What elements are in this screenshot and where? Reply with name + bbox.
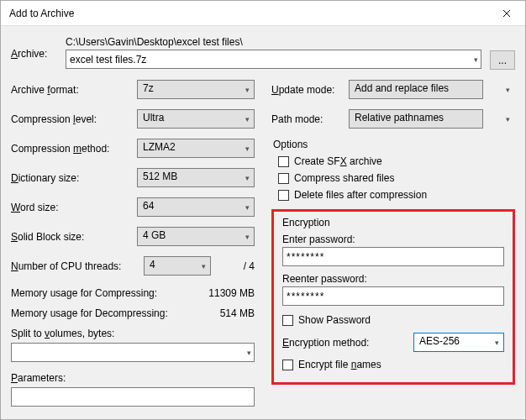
- chevron-down-icon: ▾: [506, 115, 510, 123]
- path-mode-label: Path mode:: [271, 113, 349, 125]
- mem-decompress-label: Memory usage for Decompressing:: [11, 307, 220, 319]
- archive-label: Archive:: [11, 36, 57, 60]
- cpu-threads-max: / 4: [218, 260, 255, 272]
- word-size-label: Word size:: [11, 202, 137, 213]
- options-title: Options: [271, 139, 515, 150]
- compression-level-select[interactable]: Ultra: [137, 109, 255, 129]
- browse-button[interactable]: ...: [490, 50, 515, 70]
- archive-path: C:\Users\Gavin\Desktop\excel test files\: [66, 36, 481, 48]
- encrypt-filenames-checkbox[interactable]: Encrypt file names: [282, 359, 504, 370]
- cpu-threads-select[interactable]: 4: [144, 256, 211, 276]
- encryption-method-select[interactable]: AES-256: [413, 333, 504, 352]
- archive-format-label: Archive format:: [11, 84, 137, 96]
- dictionary-size-label: Dictionary size:: [11, 172, 137, 184]
- checkbox-icon: [278, 173, 289, 184]
- checkbox-icon: [278, 190, 289, 201]
- add-to-archive-dialog: Add to Archive Archive: C:\Users\Gavin\D…: [0, 0, 526, 420]
- compression-method-label: Compression method:: [11, 143, 137, 155]
- split-volumes-label: Split to volumes, bytes:: [11, 328, 255, 339]
- update-mode-select[interactable]: Add and replace files: [349, 80, 483, 99]
- titlebar: Add to Archive: [1, 1, 525, 26]
- show-password-checkbox[interactable]: Show Password: [282, 314, 504, 326]
- cpu-threads-label: Number of CPU threads:: [11, 260, 137, 272]
- encryption-title: Encryption: [282, 217, 504, 228]
- delete-after-checkbox[interactable]: Delete files after compression: [278, 189, 515, 201]
- enter-password-label: Enter password:: [282, 234, 504, 245]
- update-mode-label: Update mode:: [271, 84, 349, 96]
- checkbox-icon: [282, 360, 293, 370]
- encryption-method-label: Encryption method:: [282, 337, 413, 349]
- chevron-down-icon: ▾: [506, 86, 510, 94]
- reenter-password-label: Reenter password:: [282, 273, 504, 285]
- word-size-select[interactable]: 64: [137, 197, 255, 217]
- compression-level-label: Compression level:: [11, 113, 137, 125]
- archive-format-select[interactable]: 7z: [137, 80, 255, 99]
- close-button[interactable]: [487, 1, 525, 26]
- left-column: Archive format: 7z▾ Compression level: U…: [11, 80, 255, 407]
- encryption-group: Encryption Enter password: Reenter passw…: [271, 209, 515, 385]
- checkbox-icon: [278, 156, 289, 167]
- parameters-label: Parameters:: [11, 372, 255, 384]
- checkbox-icon: [282, 315, 293, 326]
- path-mode-select[interactable]: Relative pathnames: [349, 109, 483, 129]
- close-icon: [502, 9, 511, 18]
- reenter-password-input[interactable]: [282, 286, 504, 306]
- window-title: Add to Archive: [9, 8, 487, 19]
- compress-shared-checkbox[interactable]: Compress shared files: [278, 172, 515, 184]
- mem-compress-label: Memory usage for Compressing:: [11, 287, 208, 299]
- mem-decompress-value: 514 MB: [220, 307, 255, 319]
- solid-block-select[interactable]: 4 GB: [137, 227, 255, 246]
- enter-password-input[interactable]: [282, 247, 504, 266]
- parameters-input[interactable]: [11, 387, 255, 407]
- create-sfx-checkbox[interactable]: Create SFX archive: [278, 155, 515, 167]
- compression-method-select[interactable]: LZMA2: [137, 139, 255, 158]
- dictionary-size-select[interactable]: 512 MB: [137, 168, 255, 187]
- mem-compress-value: 11309 MB: [208, 287, 255, 299]
- solid-block-label: Solid Block size:: [11, 231, 137, 243]
- split-volumes-input[interactable]: [11, 343, 255, 362]
- right-column: Update mode: Add and replace files▾ Path…: [271, 80, 515, 407]
- archive-filename-input[interactable]: [66, 50, 481, 69]
